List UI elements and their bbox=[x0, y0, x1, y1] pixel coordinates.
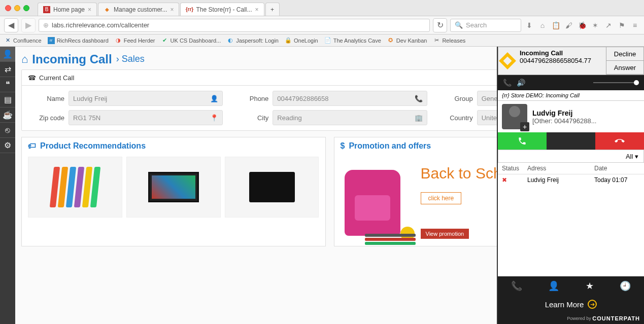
call-action-buttons bbox=[498, 132, 644, 150]
contacts-icon[interactable]: 👤 bbox=[548, 280, 559, 292]
close-tab-icon[interactable]: × bbox=[88, 6, 91, 13]
bookmark-confluence[interactable]: ✕Confluence bbox=[4, 37, 42, 44]
bookmark-jaspersoft[interactable]: ◐Jaspersoft: Login bbox=[227, 37, 279, 44]
panel-title-current-call: ☎ Current Call bbox=[22, 70, 516, 85]
download-icon[interactable]: ⬇ bbox=[524, 21, 534, 29]
flag-icon[interactable]: ⚑ bbox=[617, 21, 627, 29]
sidebar-item-quote[interactable]: ❝ bbox=[0, 77, 15, 92]
history-icon[interactable]: 🕘 bbox=[620, 280, 631, 292]
search-icon: 🔍 bbox=[455, 21, 463, 29]
window-controls bbox=[5, 5, 29, 11]
tab-store-rr-call[interactable]: {rr} The Store{rr} - Call... × bbox=[180, 3, 264, 16]
sidebar-item-customer[interactable]: 👤 bbox=[0, 47, 15, 62]
learn-more-button[interactable]: Learn More ➜ bbox=[498, 296, 644, 313]
share-icon[interactable]: ↗ bbox=[603, 21, 614, 29]
pin-icon: 📍 bbox=[210, 114, 218, 122]
contact-detail: [Other: 0044796288... bbox=[532, 117, 596, 125]
softphone-bottom-nav: 📞 👤 ★ 🕘 bbox=[498, 276, 644, 296]
page-title: Incoming Call bbox=[32, 52, 112, 66]
call-list-row[interactable]: ✖ Ludvig Freij Today 01:07 bbox=[498, 174, 644, 186]
clipboard-icon[interactable]: 📋 bbox=[551, 21, 561, 29]
softphone-toolbar: 📞 🔊 bbox=[498, 75, 644, 90]
softphone-context-title: {rr} Store DEMO: Incoming Call bbox=[498, 90, 644, 101]
product-tv[interactable] bbox=[126, 157, 221, 218]
arrow-right-icon: ➜ bbox=[588, 300, 597, 309]
home-icon[interactable]: ⌂ bbox=[21, 53, 28, 66]
new-tab-button[interactable]: + bbox=[265, 3, 280, 16]
product-ipods[interactable] bbox=[28, 157, 122, 218]
add-contact-icon[interactable]: + bbox=[520, 122, 529, 131]
volume-slider[interactable] bbox=[593, 82, 639, 83]
tab-label: Home page bbox=[53, 6, 85, 13]
card-title-promo: Promotion and offers bbox=[349, 141, 431, 151]
phone-icon[interactable]: 📞 bbox=[503, 79, 512, 87]
puzzle-icon[interactable]: ✶ bbox=[590, 21, 600, 29]
browser-tabs: B Home page × ◆ Manage customer... × {rr… bbox=[38, 0, 281, 16]
sidebar-item-book[interactable]: ▤ bbox=[0, 92, 15, 107]
name-input[interactable]: Ludvig Freij👤 bbox=[69, 91, 223, 106]
product-tv-mount[interactable] bbox=[225, 157, 319, 218]
softphone-brand: Powered by COUNTERPATH bbox=[498, 313, 644, 324]
breadcrumb[interactable]: › Sales bbox=[116, 54, 145, 64]
bookmark-feed-herder[interactable]: ◑Feed Herder bbox=[115, 37, 155, 44]
bookmarks-bar: ✕Confluence rrRichRecs dashboard ◑Feed H… bbox=[0, 34, 644, 47]
incoming-call-label: Incoming Call bbox=[520, 49, 603, 57]
paint-icon[interactable]: 🖌 bbox=[564, 21, 574, 29]
bookmark-richrecs[interactable]: rrRichRecs dashboard bbox=[48, 37, 109, 44]
left-sidebar: 👤 ⇄ ❝ ▤ ☕ ⎋ ⚙ bbox=[0, 47, 15, 324]
tab-home-page[interactable]: B Home page × bbox=[38, 3, 97, 16]
bookmark-onelogin[interactable]: 🔒OneLogin bbox=[285, 37, 318, 44]
minimize-window-icon[interactable] bbox=[14, 5, 20, 11]
card-title-recs: Product Recommendations bbox=[40, 141, 146, 151]
search-input[interactable]: 🔍 Search bbox=[450, 19, 521, 32]
answer-button[interactable]: Answer bbox=[606, 61, 643, 75]
field-phone: Phone 00447962886658📞 bbox=[232, 91, 427, 106]
zip-input[interactable]: RG1 75N📍 bbox=[69, 110, 223, 125]
close-window-icon[interactable] bbox=[5, 5, 11, 11]
decline-button[interactable]: Decline bbox=[606, 47, 643, 61]
favicon-magento-icon: ◆ bbox=[104, 6, 111, 13]
back-button[interactable]: ◀ bbox=[4, 18, 18, 32]
promo-click-here-button[interactable]: click here bbox=[421, 192, 462, 204]
overflow-icon[interactable]: ≡ bbox=[630, 21, 640, 29]
bug-icon[interactable]: 🐞 bbox=[577, 21, 587, 29]
sidebar-item-coffee[interactable]: ☕ bbox=[0, 107, 15, 123]
url-text: labs.richrelevance.com/callcenter bbox=[52, 21, 149, 29]
close-tab-icon[interactable]: × bbox=[255, 6, 259, 13]
sidebar-item-logout[interactable]: ⎋ bbox=[0, 123, 15, 138]
call-filter-dropdown[interactable]: All ▾ bbox=[498, 150, 644, 163]
avatar: + bbox=[502, 104, 527, 129]
address-bar: ◀ ▶ ⊕ labs.richrelevance.com/callcenter … bbox=[0, 16, 644, 34]
bookmark-uk-cs[interactable]: ✔UK CS Dashboard... bbox=[161, 37, 221, 44]
home-icon[interactable]: ⌂ bbox=[537, 21, 548, 29]
phone-icon: ☎ bbox=[28, 74, 36, 82]
softphone-panel: Incoming Call 00447962886658054.77 Decli… bbox=[497, 47, 644, 324]
phone-input[interactable]: 00447962886658📞 bbox=[273, 91, 427, 106]
zoom-window-icon[interactable] bbox=[23, 5, 29, 11]
search-placeholder: Search bbox=[466, 21, 487, 29]
forward-button[interactable]: ▶ bbox=[21, 18, 36, 32]
sidebar-item-shuffle[interactable]: ⇄ bbox=[0, 62, 15, 77]
contact-name: Ludvig Freij bbox=[532, 109, 596, 117]
view-promotion-button[interactable]: View promotion bbox=[421, 229, 469, 239]
answer-call-icon[interactable] bbox=[498, 132, 547, 150]
tab-label: Manage customer... bbox=[114, 6, 167, 13]
reload-button[interactable]: ↻ bbox=[433, 18, 447, 32]
url-input[interactable]: ⊕ labs.richrelevance.com/callcenter bbox=[39, 19, 430, 32]
close-tab-icon[interactable]: × bbox=[170, 6, 174, 13]
user-icon: 👤 bbox=[210, 95, 218, 102]
bookmark-analytics-cave[interactable]: 📄The Analytics Cave bbox=[324, 37, 381, 44]
city-input[interactable]: Reading🏢 bbox=[273, 110, 427, 125]
sidebar-item-settings[interactable]: ⚙ bbox=[0, 138, 15, 153]
tag-icon: 🏷 bbox=[28, 141, 36, 151]
field-zip: Zip code RG1 75N📍 bbox=[28, 110, 223, 125]
product-recommendations-card: 🏷 Product Recommendations bbox=[21, 137, 326, 246]
incoming-call-banner: Incoming Call 00447962886658054.77 Decli… bbox=[498, 47, 644, 75]
speaker-icon[interactable]: 🔊 bbox=[517, 79, 525, 87]
bookmark-releases[interactable]: ✂Releases bbox=[433, 37, 465, 44]
favorites-icon[interactable]: ★ bbox=[586, 280, 594, 292]
dial-icon[interactable]: 📞 bbox=[511, 280, 522, 292]
tab-manage-customer[interactable]: ◆ Manage customer... × bbox=[98, 3, 179, 16]
decline-call-icon[interactable] bbox=[595, 132, 644, 150]
bookmark-dev-kanban[interactable]: ✪Dev Kanban bbox=[387, 37, 427, 44]
